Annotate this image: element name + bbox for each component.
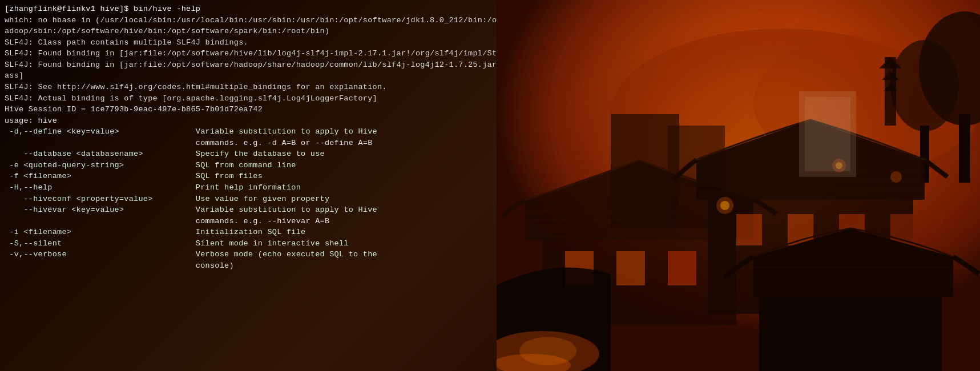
terminal-line-opt9a: -S,--silent Silent mode in interactive s… xyxy=(5,238,492,249)
terminal-line-opt1a: -d,--define <key=value> Variable substit… xyxy=(5,126,492,138)
terminal-line-slf4j1: SLF4J: Class path contains multiple SLF4… xyxy=(5,37,492,49)
terminal-line-opt1b: commands. e.g. -d A=B or --define A=B xyxy=(5,138,492,149)
terminal-line-opt3a: -e <quoted-query-string> SQL from comman… xyxy=(5,160,492,171)
terminal-line-slf4j5: SLF4J: See http://www.slf4j.org/codes.ht… xyxy=(5,82,492,93)
terminal-line-opt7b: commands. e.g. --hivevar A=B xyxy=(5,216,492,227)
terminal-line-which2: adoop/sbin:/opt/software/hive/bin:/opt/s… xyxy=(5,26,492,37)
terminal-line-opt6a: --hiveconf <property=value> Use value fo… xyxy=(5,193,492,205)
background-scene xyxy=(497,0,980,371)
terminal-content: [zhangflink@flinkv1 hive]$ bin/hive -hel… xyxy=(5,3,492,272)
terminal-line-session: Hive Session ID = 1ce7793b-9eac-497e-b86… xyxy=(5,104,492,115)
terminal-line-prompt: [zhangflink@flinkv1 hive]$ bin/hive -hel… xyxy=(5,3,492,15)
terminal-line-opt7a: --hivevar <key=value> Variable substitut… xyxy=(5,204,492,216)
terminal-line-opt10a: -v,--verbose Verbose mode (echo executed… xyxy=(5,249,492,260)
terminal-line-opt4a: -f <filename> SQL from files xyxy=(5,171,492,182)
terminal-line-opt8a: -i <filename> Initialization SQL file xyxy=(5,227,492,238)
terminal-line-usage: usage: hive xyxy=(5,115,492,127)
terminal-line-slf4j4: ass] xyxy=(5,70,492,82)
terminal-line-which: which: no hbase in (/usr/local/sbin:/usr… xyxy=(5,15,492,26)
terminal-line-opt2a: --database <databasename> Specify the da… xyxy=(5,148,492,160)
terminal-line-opt10b: console) xyxy=(5,260,492,272)
terminal-line-opt5a: -H,--help Print help information xyxy=(5,182,492,193)
terminal-line-slf4j6: SLF4J: Actual binding is of type [org.ap… xyxy=(5,93,492,104)
terminal-line-slf4j2: SLF4J: Found binding in [jar:file:/opt/s… xyxy=(5,48,492,59)
svg-rect-48 xyxy=(497,0,980,371)
terminal-line-slf4j3: SLF4J: Found binding in [jar:file:/opt/s… xyxy=(5,59,492,71)
terminal-window: [zhangflink@flinkv1 hive]$ bin/hive -hel… xyxy=(0,0,497,371)
